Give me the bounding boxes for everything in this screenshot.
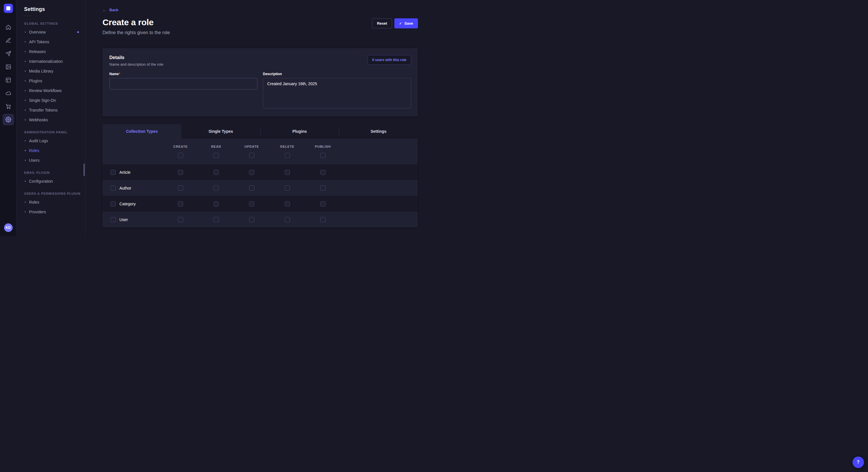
category-update-checkbox[interactable] [249, 201, 254, 206]
article-select-checkbox[interactable] [111, 170, 116, 175]
author-create-checkbox[interactable] [178, 186, 183, 191]
sidebar-item-label: Single Sign-On [29, 98, 56, 103]
row-label-author: Author [119, 186, 131, 191]
sidebar-item-providers[interactable]: Providers [24, 207, 85, 217]
nav-releases-icon[interactable] [3, 48, 14, 59]
sidebar-item-label: Media Library [29, 69, 53, 73]
column-publish: PUBLISH [305, 145, 341, 158]
details-title: Details [110, 55, 163, 60]
name-input[interactable] [110, 78, 257, 90]
article-update-checkbox[interactable] [249, 170, 254, 175]
column-label-publish: PUBLISH [315, 145, 331, 148]
sidebar-item-transfer-tokens[interactable]: Transfer Tokens [24, 105, 85, 115]
sidebar-item-users[interactable]: Users [24, 156, 85, 165]
name-label: Name* [110, 72, 257, 76]
column-delete: DELETE [270, 145, 305, 158]
bullet-dot [25, 41, 26, 42]
reset-button[interactable]: Reset [372, 19, 392, 28]
select-all-create-checkbox[interactable] [178, 153, 183, 158]
save-label: Save [404, 22, 413, 25]
sidebar-scrollbar-thumb[interactable] [84, 164, 85, 176]
user-create-checkbox[interactable] [178, 217, 183, 222]
tab-single-types[interactable]: Single Types [181, 124, 260, 138]
permissions-tabs: Collection TypesSingle TypesPluginsSetti… [102, 124, 418, 138]
permissions-rows: ArticleAuthorCategoryUser [102, 164, 418, 227]
notification-dot [77, 31, 79, 33]
users-with-role-button[interactable]: 0 users with this role [368, 55, 411, 65]
main-content: ← Back Create a role Define the rights g… [86, 0, 434, 236]
sidebar-item-overview[interactable]: Overview [24, 27, 85, 37]
sidebar-item-single-sign-on[interactable]: Single Sign-On [24, 96, 85, 105]
main-nav-rail: KD [0, 0, 17, 236]
sidebar-item-media-library[interactable]: Media Library [24, 66, 85, 76]
category-read-checkbox[interactable] [214, 201, 219, 206]
permission-row-article: Article [102, 164, 418, 180]
sidebar-item-label: Users [29, 158, 40, 163]
nav-media-library-icon[interactable] [3, 61, 14, 72]
sidebar-item-roles[interactable]: Roles [24, 146, 85, 156]
article-read-checkbox[interactable] [214, 170, 219, 175]
sidebar-item-api-tokens[interactable]: API Tokens [24, 37, 85, 47]
user-delete-checkbox[interactable] [285, 217, 290, 222]
sidebar-item-label: Webhooks [29, 117, 48, 122]
description-textarea[interactable]: Created January 16th, 2025 [263, 78, 411, 108]
bullet-dot [25, 160, 26, 161]
author-read-checkbox[interactable] [214, 186, 219, 191]
nav-home-icon[interactable] [3, 22, 14, 33]
select-all-update-checkbox[interactable] [249, 153, 254, 158]
select-all-delete-checkbox[interactable] [285, 153, 290, 158]
sidebar-section-global-settings: GLOBAL SETTINGS [24, 22, 85, 25]
sidebar-item-internationalization[interactable]: Internationalization [24, 57, 85, 66]
back-link[interactable]: ← Back [102, 8, 118, 12]
sidebar-item-releases[interactable]: Releases [24, 47, 85, 57]
row-label-article: Article [119, 170, 131, 175]
bullet-dot [25, 202, 26, 203]
page-title: Create a role [102, 18, 170, 27]
nav-settings-icon[interactable] [3, 114, 14, 125]
user-select-checkbox[interactable] [111, 217, 116, 222]
sidebar-item-webhooks[interactable]: Webhooks [24, 115, 85, 125]
tab-plugins[interactable]: Plugins [260, 124, 339, 138]
sidebar-item-plugins[interactable]: Plugins [24, 76, 85, 86]
article-delete-checkbox[interactable] [285, 170, 290, 175]
row-label-user: User [119, 217, 128, 222]
sidebar-item-review-workflows[interactable]: Review Workflows [24, 86, 85, 96]
sidebar-item-roles[interactable]: Roles [24, 197, 85, 207]
sidebar-item-label: Roles [29, 200, 39, 204]
bullet-dot [25, 119, 26, 121]
category-publish-checkbox[interactable] [320, 201, 326, 206]
column-update: UPDATE [234, 145, 270, 158]
save-button[interactable]: ✓ Save [394, 19, 418, 28]
nav-content-manager-icon[interactable] [3, 35, 14, 46]
column-label-read: READ [211, 145, 221, 148]
category-select-checkbox[interactable] [111, 201, 116, 206]
permissions-panel: CREATEREADUPDATEDELETEPUBLISH ArticleAut… [102, 138, 418, 227]
sidebar-item-audit-logs[interactable]: Audit Logs [24, 136, 85, 146]
column-read: READ [198, 145, 234, 158]
nav-cloud-icon[interactable] [3, 88, 14, 99]
user-publish-checkbox[interactable] [320, 217, 326, 222]
category-create-checkbox[interactable] [178, 201, 183, 206]
tab-collection-types[interactable]: Collection Types [102, 124, 181, 138]
sidebar-item-configuration[interactable]: Configuration [24, 176, 85, 186]
tab-settings[interactable]: Settings [339, 124, 418, 138]
description-label: Description [263, 72, 411, 76]
article-publish-checkbox[interactable] [320, 170, 326, 175]
category-delete-checkbox[interactable] [285, 201, 290, 206]
author-select-checkbox[interactable] [111, 186, 116, 191]
avatar[interactable]: KD [4, 224, 12, 232]
select-all-read-checkbox[interactable] [214, 153, 219, 158]
page-subtitle: Define the rights given to the role [102, 30, 170, 35]
sidebar-title: Settings [24, 6, 85, 12]
author-delete-checkbox[interactable] [285, 186, 290, 191]
select-all-publish-checkbox[interactable] [320, 153, 326, 158]
article-create-checkbox[interactable] [178, 170, 183, 175]
user-read-checkbox[interactable] [214, 217, 219, 222]
author-update-checkbox[interactable] [249, 186, 254, 191]
column-label-update: UPDATE [245, 145, 259, 148]
nav-marketplace-icon[interactable] [3, 101, 14, 112]
user-update-checkbox[interactable] [249, 217, 254, 222]
author-publish-checkbox[interactable] [320, 186, 326, 191]
nav-content-type-builder-icon[interactable] [3, 74, 14, 86]
column-label-delete: DELETE [280, 145, 294, 148]
